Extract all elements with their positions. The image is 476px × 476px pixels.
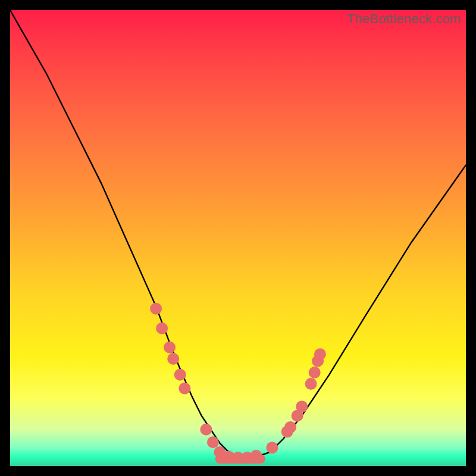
svg-point-14 [266,441,278,453]
svg-point-3 [164,342,176,353]
svg-point-4 [167,353,179,365]
svg-point-2 [156,322,168,334]
svg-point-5 [174,369,186,381]
svg-point-16 [284,421,296,433]
svg-point-1 [150,303,162,315]
svg-point-8 [207,436,219,448]
svg-point-20 [309,367,321,378]
chart-svg [10,10,466,466]
svg-point-6 [178,383,190,394]
svg-point-19 [305,378,317,390]
svg-point-18 [296,400,308,412]
svg-point-22 [314,348,326,360]
outer-frame: TheBottleneck.com [0,0,476,476]
svg-point-7 [200,424,212,436]
plot-area: TheBottleneck.com [10,10,466,466]
bottleneck-curve-path [10,10,466,457]
highlighted-points [150,303,326,464]
svg-point-13 [250,450,262,462]
